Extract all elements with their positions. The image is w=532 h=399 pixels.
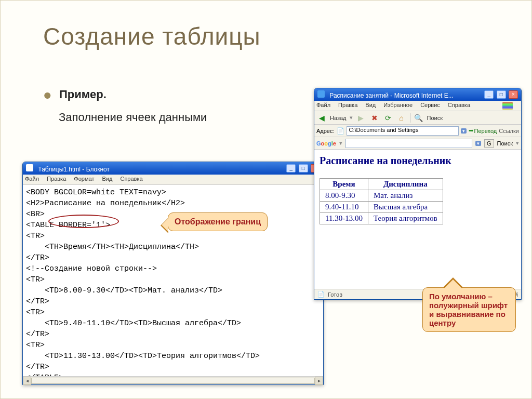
back-label[interactable]: Назад xyxy=(330,115,347,121)
menu-item[interactable]: Формат xyxy=(74,176,94,182)
dropdown-icon[interactable]: ▾ xyxy=(475,141,481,146)
back-icon[interactable]: ◀ xyxy=(316,113,327,123)
home-icon[interactable]: ⌂ xyxy=(396,113,407,123)
callout-border: Отображение границ xyxy=(168,212,268,231)
scroll-track[interactable] xyxy=(31,378,315,384)
g-go-button[interactable]: G xyxy=(484,139,494,148)
slide-title: Создание таблицы xyxy=(43,22,261,50)
menu-item[interactable]: Вид xyxy=(365,102,376,108)
ie-title: Расписание занятий - Microsoft Internet … xyxy=(329,92,453,99)
menu-item[interactable]: Файл xyxy=(25,176,39,182)
status-done: Готов xyxy=(328,291,342,298)
scroll-left-icon[interactable]: ◂ xyxy=(23,377,31,385)
cell-time: 11.30-13.00 xyxy=(320,213,368,224)
ie-addressbar: Адрес: 📄 C:\Documents and Settings ▾ ➡ П… xyxy=(314,125,521,137)
ie-menubar: Файл Правка Вид Избранное Сервис Справка xyxy=(314,101,521,111)
refresh-icon[interactable]: ⟳ xyxy=(383,113,393,123)
menu-item[interactable]: Справка xyxy=(448,102,470,108)
ie-window: Расписание занятий - Microsoft Internet … xyxy=(314,88,522,300)
cell-disc: Высшая алгебра xyxy=(368,202,443,213)
menu-item[interactable]: Правка xyxy=(338,102,357,108)
google-logo: Google xyxy=(316,140,336,147)
schedule-table: Время Дисциплина 8.00-9.30 Мат. анализ 9… xyxy=(320,178,443,224)
search-label[interactable]: Поиск xyxy=(427,115,443,121)
callout-th-note: По умолчанию – полужирный шрифт и выравн… xyxy=(422,287,516,332)
addr-label: Адрес: xyxy=(316,128,335,134)
close-button[interactable]: × xyxy=(509,90,518,99)
table-row: 11.30-13.00 Теория алгоритмов xyxy=(320,213,443,224)
minimize-button[interactable]: _ xyxy=(286,164,296,172)
table-header-row: Время Дисциплина xyxy=(320,179,443,190)
menu-item[interactable]: Файл xyxy=(316,102,330,108)
ie-toolbar: ◀ Назад ▾ ▶ ✖ ⟳ ⌂ 🔍 Поиск xyxy=(314,111,521,125)
cell-disc: Теория алгоритмов xyxy=(368,213,443,224)
page-icon: 📄 xyxy=(337,127,344,135)
bullet-subline: Заполнение ячеек данными xyxy=(59,111,207,124)
notepad-icon xyxy=(26,164,33,171)
google-toolbar: Google▾ ▾ G Поиск ▾ xyxy=(314,137,521,150)
stop-icon[interactable]: ✖ xyxy=(369,113,380,123)
dropdown-icon[interactable]: ▾ xyxy=(461,128,467,134)
maximize-button[interactable]: □ xyxy=(497,90,506,99)
bullet-label: Пример. xyxy=(59,88,107,101)
table-row: 9.40-11.10 Высшая алгебра xyxy=(320,202,443,213)
ie-titlebar[interactable]: Расписание занятий - Microsoft Internet … xyxy=(314,88,521,101)
menu-item[interactable]: Избранное xyxy=(383,102,413,108)
menu-item[interactable]: Сервис xyxy=(420,102,440,108)
page-heading: Расписание на понедельник xyxy=(320,155,516,167)
notepad-window: Таблицы1.html - Блокнот _ □ × Файл Правк… xyxy=(22,162,324,385)
ie-icon xyxy=(317,90,325,98)
bullet-icon: ● xyxy=(43,87,52,103)
scrollbar[interactable]: ◂ ▸ xyxy=(23,376,323,384)
cell-disc: Мат. анализ xyxy=(368,190,443,202)
maximize-button[interactable]: □ xyxy=(299,164,308,172)
notepad-titlebar[interactable]: Таблицы1.html - Блокнот _ □ × xyxy=(23,162,323,175)
slide: Создание таблицы ● Пример. Заполнение яч… xyxy=(0,0,532,399)
rendered-page: Расписание на понедельник Время Дисципли… xyxy=(314,150,521,289)
table-row: 8.00-9.30 Мат. анализ xyxy=(320,190,443,202)
notepad-menubar: Файл Правка Формат Вид Справка xyxy=(23,175,323,185)
th-discipline: Дисциплина xyxy=(368,179,443,190)
scroll-right-icon[interactable]: ▸ xyxy=(315,377,323,385)
menu-item[interactable]: Правка xyxy=(47,176,66,182)
notepad-title: Таблицы1.html - Блокнот xyxy=(38,166,110,173)
google-search-field[interactable] xyxy=(345,139,472,148)
forward-icon[interactable]: ▶ xyxy=(356,113,366,123)
go-arrow-icon: ➡ xyxy=(469,127,473,134)
th-time: Время xyxy=(320,179,368,190)
bullet-block: ● Пример. Заполнение ячеек данными xyxy=(43,87,207,124)
cell-time: 9.40-11.10 xyxy=(320,202,368,213)
windows-flag-icon xyxy=(502,102,513,110)
status-icon: 📄 xyxy=(317,291,325,298)
links-label[interactable]: Ссылки xyxy=(499,128,519,134)
go-button[interactable]: ➡ Переход xyxy=(469,127,497,134)
url-field[interactable]: C:\Documents and Settings xyxy=(347,126,459,136)
menu-item[interactable]: Вид xyxy=(102,176,112,182)
g-search-button[interactable]: Поиск xyxy=(497,140,513,147)
search-icon[interactable]: 🔍 xyxy=(414,113,424,123)
minimize-button[interactable]: _ xyxy=(484,90,494,99)
cell-time: 8.00-9.30 xyxy=(320,190,368,202)
menu-item[interactable]: Справка xyxy=(120,176,142,182)
